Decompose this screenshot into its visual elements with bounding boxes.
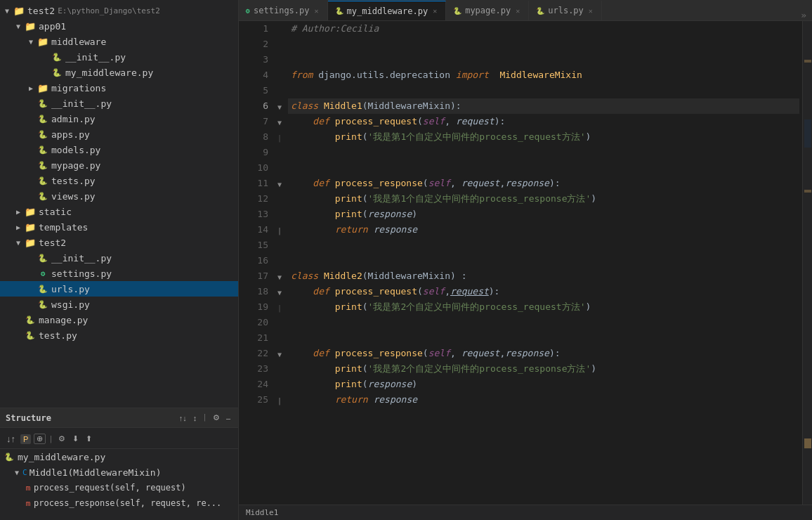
tree-static[interactable]: ▶ 📁 static <box>0 204 238 219</box>
code-line-9 <box>288 145 799 160</box>
kw-print8: print <box>335 129 362 145</box>
pin-button[interactable]: – <box>224 412 233 423</box>
indent14 <box>291 222 335 238</box>
file-icon: 🐍 <box>37 285 49 294</box>
fold-7[interactable]: ▼ <box>277 119 282 126</box>
code-line-20 <box>288 315 799 330</box>
kw-paren7: ( <box>417 114 423 129</box>
tree-init-middleware[interactable]: 🐍 __init__.py <box>0 49 238 65</box>
tree-middleware[interactable]: ▼ 📁 middleware <box>0 34 238 49</box>
struct-file[interactable]: 🐍 my_middleware.py <box>0 449 238 464</box>
struct-settings2[interactable]: ⚙ <box>56 434 67 444</box>
tree-label: test.py <box>39 330 77 341</box>
tree-migrations[interactable]: ▶ 📁 migrations <box>0 80 238 96</box>
tab-middleware-close[interactable]: ✕ <box>431 7 438 15</box>
tree-label: tests.py <box>51 176 96 186</box>
kw-string19: '我是第2个自定义中间件的process_request方法' <box>368 299 586 315</box>
tree-views[interactable]: 🐍 views.py <box>0 188 238 204</box>
code-comment: # Author:Cecilia <box>291 21 379 37</box>
kw-response25: response <box>373 392 417 408</box>
code-editor: 1 2 3 4 5 6▼ 7▼ 8| 9 10 11▼ 12 13 14| 15… <box>239 21 812 505</box>
tree-app01[interactable]: ▼ 📁 app01 <box>0 18 238 34</box>
struct-method2[interactable]: m process_response(self, request, re... <box>0 495 238 511</box>
tree-test-py[interactable]: 🐍 test.py <box>0 327 238 343</box>
fold-18[interactable]: ▼ <box>277 289 282 297</box>
tree-my-middleware[interactable]: 🐍 my_middleware.py <box>0 65 238 80</box>
code-line-18: def process_request ( self , request ): <box>288 284 799 299</box>
collapse-all-button[interactable]: ↓↑ <box>4 433 18 445</box>
paren18: ( <box>417 284 423 299</box>
indent7 <box>291 114 313 129</box>
main-area: ⚙ settings.py ✕ 🐍 my_middleware.py ✕ 🐍 m… <box>239 0 812 520</box>
gutter-6: 6▼ <box>239 98 285 114</box>
file-icon: ⚙ <box>37 269 49 278</box>
gutter-10: 10 <box>239 160 285 176</box>
tree-init-app01[interactable]: 🐍 __init__.py <box>0 96 238 111</box>
fold-11[interactable]: ▼ <box>277 181 282 188</box>
tree-test2-sub[interactable]: ▼ 📁 test2 <box>0 235 238 250</box>
struct-up[interactable]: ⬆ <box>84 434 94 444</box>
tree-apps[interactable]: 🐍 apps.py <box>0 126 238 142</box>
tab-urls-close[interactable]: ✕ <box>587 7 594 15</box>
kw-request11: request <box>461 176 500 191</box>
tab-urls-icon: 🐍 <box>536 7 544 15</box>
tree-models[interactable]: 🐍 models.py <box>0 142 238 157</box>
settings-struct-button[interactable]: ⚙ <box>211 412 222 423</box>
paren17: ( <box>362 268 368 284</box>
kw-return25: return <box>335 392 374 408</box>
tree-label: mypage.py <box>51 160 100 171</box>
kw-funcname11: process_response <box>335 176 423 191</box>
tab-urls[interactable]: 🐍 urls.py ✕ <box>529 1 602 20</box>
tab-expand-button[interactable]: » <box>795 10 812 20</box>
gutter-18: 18▼ <box>239 284 285 299</box>
expand-protected-button[interactable]: ⊕ <box>34 434 46 444</box>
tab-mypage[interactable]: 🐍 mypage.py ✕ <box>446 1 529 20</box>
tree-root[interactable]: ▼ 📁 test2 E:\python_Django\test2 <box>0 3 238 18</box>
tab-settings-close[interactable]: ✕ <box>313 7 320 15</box>
structure-toolbar: ↑↓ ↕ | ⚙ – <box>177 412 233 423</box>
kw-import: import <box>456 67 495 83</box>
struct-method2-label: process_response(self, request, re... <box>34 498 221 508</box>
tree-mypage[interactable]: 🐍 mypage.py <box>0 157 238 173</box>
expand-public-button[interactable]: P <box>20 434 31 444</box>
gutter: 1 2 3 4 5 6▼ 7▼ 8| 9 10 11▼ 12 13 14| 15… <box>239 21 285 505</box>
sort-button[interactable]: ↕ <box>191 412 199 423</box>
gutter-20: 20 <box>239 315 285 330</box>
fold-14[interactable]: | <box>277 227 282 235</box>
tree-tests[interactable]: 🐍 tests.py <box>0 173 238 188</box>
status-text: Middle1 <box>246 508 278 517</box>
tree-label: test2 <box>27 6 55 16</box>
kw-classref: MiddlewareMixin <box>368 98 450 114</box>
fold-17[interactable]: ▼ <box>277 273 282 281</box>
kw-response24: response <box>368 377 412 392</box>
tree-wsgi[interactable]: 🐍 wsgi.py <box>0 297 238 312</box>
tree-admin[interactable]: 🐍 admin.py <box>0 111 238 126</box>
tree-urls[interactable]: 🐍 urls.py <box>0 281 238 297</box>
tab-mypage-close[interactable]: ✕ <box>514 7 521 15</box>
tree-label: admin.py <box>51 114 96 124</box>
scroll-thumb[interactable] <box>804 438 811 448</box>
code-content[interactable]: # Author:Cecilia from django.utils.depre… <box>285 21 802 505</box>
status-bar: Middle1 <box>239 505 812 520</box>
tab-settings[interactable]: ⚙ settings.py ✕ <box>239 1 328 20</box>
struct-method1[interactable]: m process_request(self, request) <box>0 480 238 495</box>
folder-icon: 📁 <box>24 21 37 32</box>
fold-25[interactable]: | <box>277 397 282 405</box>
tree-manage[interactable]: 🐍 manage.py <box>0 312 238 327</box>
tree-init-test2[interactable]: 🐍 __init__.py <box>0 250 238 266</box>
tree-templates[interactable]: ▶ 📁 templates <box>0 219 238 235</box>
paren23b: ) <box>591 361 596 377</box>
comma22: , <box>450 346 461 361</box>
kw-string23: '我是第2个自定义中间件的process_response方法' <box>368 361 591 377</box>
struct-class1[interactable]: ▼ C Middle1(MiddlewareMixin) <box>0 464 238 480</box>
tab-middleware-label: my_middleware.py <box>347 6 428 16</box>
struct-down[interactable]: ⬇ <box>70 434 81 444</box>
tree-label: views.py <box>51 191 96 202</box>
fold-22[interactable]: ▼ <box>277 351 282 358</box>
sort-alpha-button[interactable]: ↑↓ <box>177 412 189 423</box>
file-icon: 🐍 <box>24 316 37 325</box>
kw-response14: response <box>373 222 417 238</box>
fold-6[interactable]: ▼ <box>277 103 282 111</box>
tab-my-middleware[interactable]: 🐍 my_middleware.py ✕ <box>328 1 447 20</box>
tree-settings[interactable]: ⚙ settings.py <box>0 266 238 281</box>
